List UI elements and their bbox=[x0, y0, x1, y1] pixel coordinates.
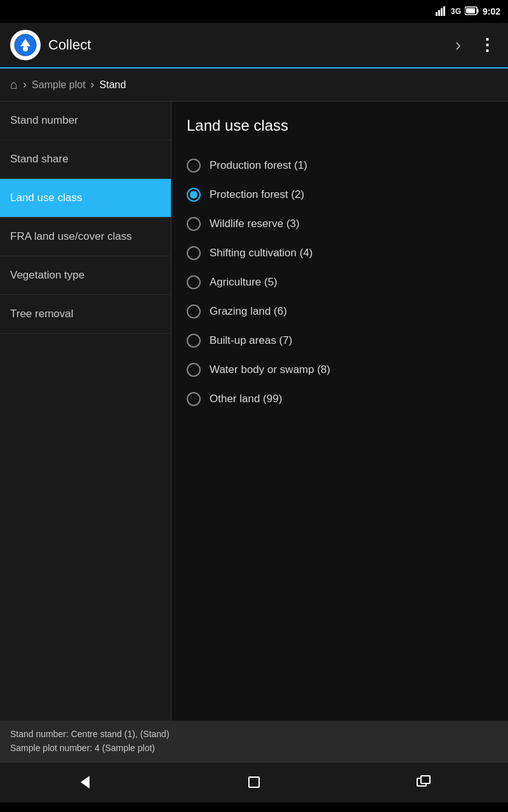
radio-option-6[interactable]: Built-up areas (7) bbox=[187, 327, 493, 354]
recents-button[interactable] bbox=[402, 768, 445, 796]
home-icon[interactable]: ⌂ bbox=[10, 77, 18, 92]
radio-option-4[interactable]: Agriculture (5) bbox=[187, 269, 493, 296]
breadcrumb-sep-2: › bbox=[91, 78, 95, 91]
radio-label-2: Wildlife reserve (3) bbox=[210, 218, 300, 230]
radio-option-3[interactable]: Shifting cultivation (4) bbox=[187, 240, 493, 266]
content-area: Land use class Production forest (1)Prot… bbox=[171, 102, 508, 721]
sidebar-item-stand-share[interactable]: Stand share bbox=[0, 140, 171, 179]
svg-rect-12 bbox=[421, 776, 430, 783]
radio-label-6: Built-up areas (7) bbox=[210, 334, 292, 347]
radio-circle-6 bbox=[187, 334, 201, 348]
radio-circle-8 bbox=[187, 392, 201, 406]
breadcrumb-sample-plot[interactable]: Sample plot bbox=[32, 79, 86, 91]
svg-rect-6 bbox=[466, 8, 475, 13]
next-button[interactable]: › bbox=[453, 32, 464, 58]
network-type: 3G bbox=[451, 7, 461, 16]
radio-label-1: Protection forest (2) bbox=[210, 188, 304, 201]
nav-bar bbox=[0, 762, 508, 802]
radio-option-7[interactable]: Water body or swamp (8) bbox=[187, 357, 493, 383]
back-button[interactable] bbox=[63, 768, 106, 796]
radio-circle-5 bbox=[187, 304, 201, 318]
svg-rect-2 bbox=[441, 8, 443, 16]
svg-rect-5 bbox=[477, 9, 478, 13]
app-logo bbox=[10, 30, 41, 60]
radio-label-7: Water body or swamp (8) bbox=[210, 363, 330, 376]
sidebar-item-land-use-class[interactable]: Land use class bbox=[0, 179, 171, 218]
battery-icon bbox=[465, 6, 479, 17]
radio-option-8[interactable]: Other land (99) bbox=[187, 386, 493, 412]
app-bar-actions: › ⋮ bbox=[453, 32, 498, 58]
breadcrumb-stand[interactable]: Stand bbox=[100, 79, 126, 91]
sidebar-item-vegetation-type[interactable]: Vegetation type bbox=[0, 256, 171, 295]
radio-option-2[interactable]: Wildlife reserve (3) bbox=[187, 211, 493, 237]
radio-label-3: Shifting cultivation (4) bbox=[210, 247, 313, 259]
radio-circle-1 bbox=[187, 188, 201, 202]
content-title: Land use class bbox=[187, 117, 493, 134]
radio-circle-3 bbox=[187, 246, 201, 260]
radio-circle-7 bbox=[187, 363, 201, 377]
radio-group: Production forest (1)Protection forest (… bbox=[187, 152, 493, 412]
sidebar-item-tree-removal[interactable]: Tree removal bbox=[0, 295, 171, 334]
app-bar: Collect › ⋮ bbox=[0, 23, 508, 69]
svg-rect-10 bbox=[249, 777, 259, 787]
svg-rect-0 bbox=[436, 12, 438, 16]
radio-circle-0 bbox=[187, 159, 201, 173]
status-time: 9:02 bbox=[483, 6, 500, 16]
signal-icon bbox=[436, 6, 447, 18]
breadcrumb-sep-1: › bbox=[23, 78, 27, 91]
breadcrumb: ⌂ › Sample plot › Stand bbox=[0, 69, 508, 102]
bottom-status: Stand number: Centre stand (1), (Stand) … bbox=[0, 721, 508, 762]
svg-marker-9 bbox=[81, 776, 90, 789]
radio-label-5: Grazing land (6) bbox=[210, 305, 287, 318]
home-nav-button[interactable] bbox=[232, 768, 276, 796]
status-line-1: Stand number: Centre stand (1), (Stand) bbox=[10, 727, 498, 741]
radio-circle-4 bbox=[187, 275, 201, 289]
app-title: Collect bbox=[48, 37, 453, 53]
main-layout: Stand number Stand share Land use class … bbox=[0, 102, 508, 721]
radio-label-0: Production forest (1) bbox=[210, 159, 307, 172]
svg-point-8 bbox=[23, 46, 28, 51]
status-line-2: Sample plot number: 4 (Sample plot) bbox=[10, 741, 498, 755]
menu-button[interactable]: ⋮ bbox=[476, 33, 498, 58]
svg-rect-3 bbox=[443, 6, 445, 16]
svg-rect-1 bbox=[438, 10, 440, 16]
status-bar: 3G 9:02 bbox=[0, 0, 508, 23]
radio-option-0[interactable]: Production forest (1) bbox=[187, 152, 493, 179]
sidebar-item-fra-land-use[interactable]: FRA land use/cover class bbox=[0, 218, 171, 256]
radio-option-1[interactable]: Protection forest (2) bbox=[187, 181, 493, 208]
sidebar: Stand number Stand share Land use class … bbox=[0, 102, 171, 721]
radio-label-8: Other land (99) bbox=[210, 393, 282, 405]
radio-circle-2 bbox=[187, 217, 201, 231]
radio-label-4: Agriculture (5) bbox=[210, 276, 277, 289]
radio-option-5[interactable]: Grazing land (6) bbox=[187, 298, 493, 325]
sidebar-item-stand-number[interactable]: Stand number bbox=[0, 102, 171, 140]
